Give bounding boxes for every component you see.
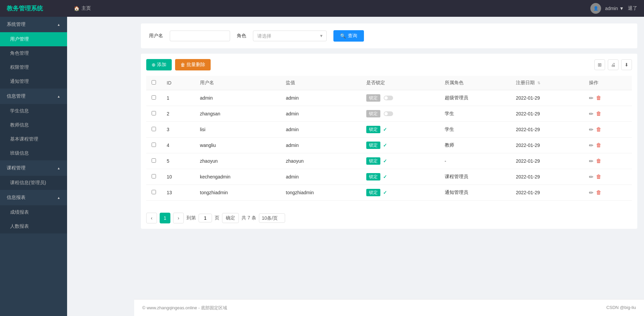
row-role: 超级管理员 (439, 90, 511, 106)
row-reg-date: 2022-01-29 (511, 138, 584, 153)
row-role: - (439, 153, 511, 169)
top-header: 教务管理系统 🏠 主页 👤 admin ▼ 退了 (0, 0, 644, 17)
row-checkbox[interactable] (152, 143, 156, 147)
sidebar-item-role-management[interactable]: 角色管理 (0, 46, 67, 60)
role-select[interactable]: 请选择 超级管理员 学生 教师 课程管理员 通知管理员 (253, 31, 327, 41)
sidebar-group-info-report[interactable]: 信息报表 ▲ (0, 190, 67, 205)
goto-label: 到第 (186, 215, 196, 221)
row-checkbox[interactable] (152, 95, 156, 100)
user-name[interactable]: admin ▼ (605, 6, 624, 11)
chevron-up-icon: ▲ (57, 95, 60, 98)
row-salt: tongzhiadmin (280, 185, 361, 201)
row-checkbox[interactable] (152, 127, 156, 131)
sidebar-item-course-info-admin[interactable]: 课程信息(管理员) (0, 176, 67, 190)
logout-button[interactable]: 退了 (628, 5, 637, 11)
add-button[interactable]: ⊕ 添加 (146, 59, 172, 70)
table-row: 2zhangsanadmin锁定学生2022-01-29✏🗑 (146, 106, 632, 122)
lock-button[interactable]: 锁定 (366, 173, 380, 180)
row-checkbox[interactable] (152, 174, 156, 178)
sidebar-item-student-info[interactable]: 学生信息 (0, 104, 67, 118)
sidebar-item-course-basic-management[interactable]: 基本课程管理 (0, 132, 67, 146)
sidebar-group-info-management[interactable]: 信息管理 ▲ (0, 89, 67, 104)
row-actions: ✏🗑 (584, 138, 632, 153)
row-actions: ✏🗑 (584, 106, 632, 122)
goto-page-input[interactable] (199, 214, 212, 222)
lock-button[interactable]: 锁定 (366, 157, 380, 165)
edit-button[interactable]: ✏ (589, 142, 593, 149)
row-checkbox[interactable] (152, 190, 156, 194)
lock-button[interactable]: 锁定 (366, 110, 380, 117)
delete-button[interactable]: 🗑 (596, 142, 601, 148)
per-page-select[interactable]: 10条/页 20条/页 50条/页 (259, 213, 285, 223)
lock-button[interactable]: 锁定 (366, 94, 380, 102)
sidebar-item-user-management[interactable]: 用户管理 (0, 32, 67, 46)
user-area: 👤 admin ▼ 退了 (590, 3, 637, 14)
edit-button[interactable]: ✏ (589, 158, 593, 164)
sidebar-group-course-management[interactable]: 课程管理 ▲ (0, 160, 67, 176)
row-salt: admin (280, 106, 361, 122)
row-locked: 锁定✓ (361, 169, 439, 185)
row-checkbox[interactable] (152, 111, 156, 115)
row-id: 5 (161, 153, 195, 169)
delete-button[interactable]: 🗑 (596, 126, 601, 133)
edit-button[interactable]: ✏ (589, 95, 593, 101)
footer-csdn: CSDN @big-liu (606, 305, 636, 311)
download-button[interactable]: ⬇ (621, 59, 632, 70)
nav-home[interactable]: 🏠 主页 (74, 5, 91, 11)
delete-button[interactable]: 🗑 (596, 95, 601, 101)
row-salt: admin (280, 90, 361, 106)
sidebar-item-notification-management[interactable]: 通知管理 (0, 74, 67, 89)
grid-view-button[interactable]: ⊞ (594, 59, 605, 70)
sidebar-item-headcount-report[interactable]: 人数报表 (0, 219, 67, 233)
sidebar-item-teacher-info[interactable]: 教师信息 (0, 118, 67, 132)
batch-delete-button[interactable]: 🗑 批量删除 (175, 59, 211, 70)
row-role: 通知管理员 (439, 185, 511, 201)
plus-icon: ⊕ (152, 62, 156, 67)
page-1-button[interactable]: 1 (160, 213, 170, 223)
col-salt: 盐值 (280, 76, 361, 90)
brand-logo: 教务管理系统 (7, 4, 74, 12)
goto-confirm-button[interactable]: 确定 (222, 213, 239, 223)
row-salt: admin (280, 138, 361, 153)
select-all-checkbox[interactable] (152, 80, 156, 85)
sidebar-group-system-management[interactable]: 系统管理 ▲ (0, 17, 67, 32)
lock-button[interactable]: 锁定 (366, 189, 380, 196)
prev-page-button[interactable]: ‹ (146, 213, 157, 223)
col-reg-date: 注册日期 ⇅ (511, 76, 584, 90)
row-id: 13 (161, 185, 195, 201)
col-action: 操作 (584, 76, 632, 90)
next-page-button[interactable]: › (173, 213, 184, 223)
edit-button[interactable]: ✏ (589, 174, 593, 180)
sidebar-item-permission-management[interactable]: 权限管理 (0, 60, 67, 74)
pagination: ‹ 1 › 到第 页 确定 共 7 条 10条/页 20条/页 50条/页 (146, 207, 632, 223)
delete-button[interactable]: 🗑 (596, 158, 601, 164)
row-reg-date: 2022-01-29 (511, 106, 584, 122)
sidebar: 系统管理 ▲ 用户管理 角色管理 权限管理 通知管理 信息管理 ▲ 学生信息 教… (0, 17, 67, 316)
delete-button[interactable]: 🗑 (596, 111, 601, 117)
sidebar-item-class-info[interactable]: 班级信息 (0, 146, 67, 160)
delete-button[interactable]: 🗑 (596, 174, 601, 180)
row-username: admin (195, 90, 280, 106)
row-username: lisi (195, 122, 280, 138)
row-reg-date: 2022-01-29 (511, 153, 584, 169)
print-icon: 🖨 (611, 62, 615, 67)
print-button[interactable]: 🖨 (608, 59, 619, 70)
chevron-up-icon: ▲ (57, 166, 60, 170)
edit-button[interactable]: ✏ (589, 190, 593, 196)
sidebar-item-score-report[interactable]: 成绩报表 (0, 205, 67, 219)
row-id: 10 (161, 169, 195, 185)
row-checkbox-cell (146, 122, 161, 138)
row-role: 学生 (439, 122, 511, 138)
col-locked: 是否锁定 (361, 76, 439, 90)
lock-button[interactable]: 锁定 (366, 142, 380, 149)
query-button[interactable]: 🔍 查询 (333, 30, 364, 42)
row-checkbox-cell (146, 185, 161, 201)
edit-button[interactable]: ✏ (589, 126, 593, 133)
layout: 系统管理 ▲ 用户管理 角色管理 权限管理 通知管理 信息管理 ▲ 学生信息 教… (0, 17, 644, 316)
lock-button[interactable]: 锁定 (366, 126, 380, 133)
username-input[interactable] (170, 31, 230, 41)
delete-button[interactable]: 🗑 (596, 190, 601, 196)
row-checkbox[interactable] (152, 158, 156, 163)
edit-button[interactable]: ✏ (589, 111, 593, 117)
row-salt: admin (280, 122, 361, 138)
